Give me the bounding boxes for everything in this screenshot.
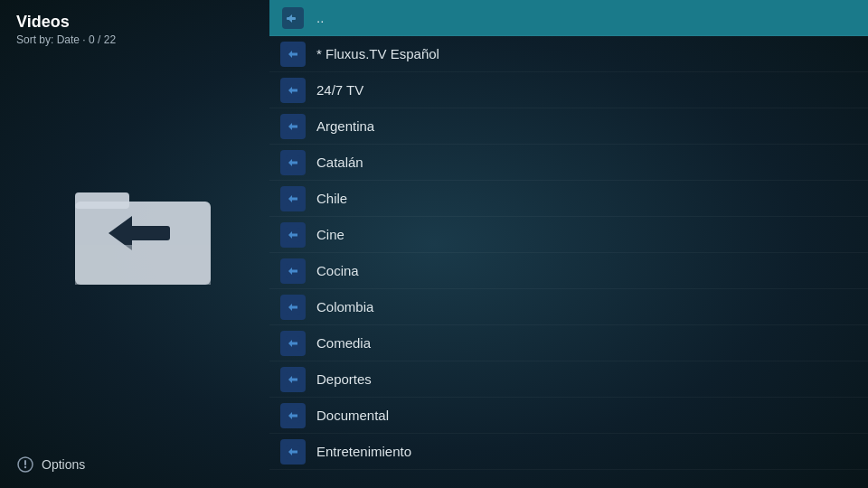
back-arrow-icon	[280, 5, 306, 31]
list-item-back[interactable]: ..	[269, 0, 868, 36]
folder-icon-deportes	[280, 367, 306, 392]
back-label: ..	[316, 10, 324, 25]
options-bar[interactable]: Options	[16, 455, 269, 479]
folder-icon-catalan	[280, 150, 306, 175]
top-info: Videos Sort by: Date · 0 / 22	[16, 13, 269, 46]
item-label-documental: Documental	[316, 408, 389, 423]
item-label-deportes: Deportes	[316, 371, 372, 387]
list-item-deportes[interactable]: Deportes	[269, 361, 868, 398]
folder-icon-chile	[280, 186, 306, 211]
page-title: Videos	[16, 13, 269, 32]
list-item-fluxus[interactable]: * Fluxus.TV Español	[269, 36, 868, 72]
left-panel: Videos Sort by: Date · 0 / 22 Options	[0, 0, 269, 488]
folder-icon-colombia	[280, 295, 306, 320]
svg-rect-1	[75, 192, 129, 209]
options-label: Options	[42, 457, 85, 472]
options-icon	[16, 455, 34, 474]
list-item-documental[interactable]: Documental	[269, 398, 868, 434]
folder-icon-fluxus	[280, 42, 306, 67]
list-item-comedia[interactable]: Comedia	[269, 325, 868, 361]
right-panel: .. * Fluxus.TV Español 24/7 TV	[269, 0, 868, 488]
folder-icon-comedia	[280, 331, 306, 356]
item-label-cine: Cine	[316, 227, 344, 242]
item-label-comedia: Comedia	[316, 335, 371, 351]
item-label-argentina: Argentina	[316, 118, 374, 134]
folder-icon-entretenimiento	[280, 439, 306, 465]
folder-icon-247tv	[280, 78, 306, 103]
item-label-fluxus: * Fluxus.TV Español	[316, 46, 439, 61]
item-label-catalan: Catalán	[316, 155, 363, 170]
list-item-247tv[interactable]: 24/7 TV	[269, 72, 868, 108]
item-label-colombia: Colombia	[316, 299, 373, 314]
item-label-247tv: 24/7 TV	[316, 82, 363, 98]
folder-icon-cine	[280, 222, 306, 248]
folder-icon-documental	[280, 403, 306, 428]
svg-point-7	[24, 466, 26, 468]
item-label-chile: Chile	[316, 191, 347, 206]
list-item-cine[interactable]: Cine	[269, 217, 868, 253]
folder-icon-argentina	[280, 114, 306, 139]
list-item-entretenimiento[interactable]: Entretenimiento	[269, 434, 868, 470]
list-item-chile[interactable]: Chile	[269, 181, 868, 217]
item-label-cocina: Cocina	[316, 263, 359, 278]
list-item-colombia[interactable]: Colombia	[269, 289, 868, 325]
folder-icon-cocina	[280, 258, 306, 284]
svg-rect-4	[75, 245, 211, 285]
sort-info: Sort by: Date · 0 / 22	[16, 33, 269, 46]
item-label-entretenimiento: Entretenimiento	[316, 444, 411, 459]
back-folder-icon	[71, 174, 215, 292]
list-item-cocina[interactable]: Cocina	[269, 253, 868, 289]
folder-icon-container	[16, 46, 269, 419]
list-item-catalan[interactable]: Catalán	[269, 145, 868, 181]
list-item-argentina[interactable]: Argentina	[269, 108, 868, 145]
